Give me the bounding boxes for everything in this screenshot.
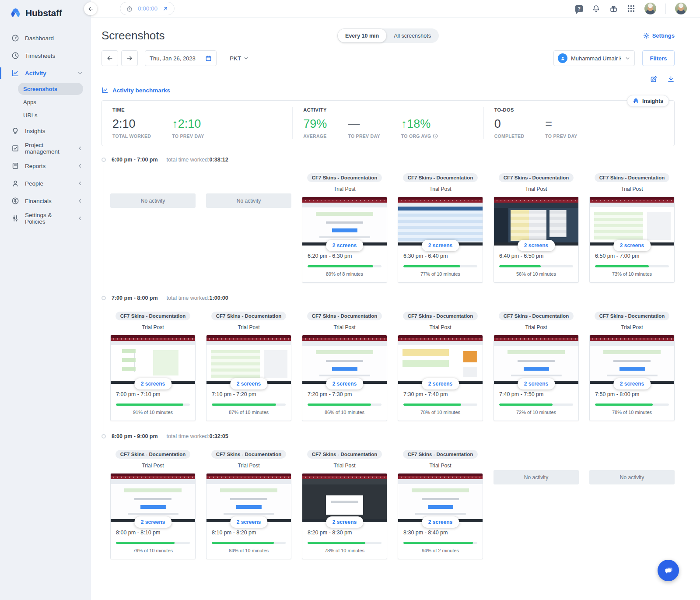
page-title: Screenshots (102, 29, 165, 42)
timer-widget[interactable]: 0:00:00 (120, 2, 175, 15)
task-name[interactable]: Trial Post (333, 463, 355, 469)
screens-count-pill[interactable]: 2 screens (422, 378, 459, 389)
sidebar-item-insights[interactable]: Insights (0, 122, 91, 140)
task-name[interactable]: Trial Post (238, 463, 259, 469)
project-badge[interactable]: CF7 Skins - Documentation (499, 173, 574, 182)
project-badge[interactable]: CF7 Skins - Documentation (403, 312, 478, 320)
task-name[interactable]: Trial Post (142, 324, 164, 330)
sidebar-item-financials[interactable]: Financials (0, 192, 91, 210)
project-badge[interactable]: CF7 Skins - Documentation (595, 312, 670, 320)
project-badge[interactable]: CF7 Skins - Documentation (595, 173, 670, 182)
screens-count-pill[interactable]: 2 screens (230, 378, 267, 389)
toggle-all-screenshots[interactable]: All screenshots (386, 29, 438, 42)
screens-count-pill[interactable]: 2 screens (422, 240, 459, 251)
project-badge[interactable]: CF7 Skins - Documentation (116, 312, 191, 320)
notifications-icon[interactable] (592, 4, 600, 13)
prev-day-button[interactable] (102, 50, 118, 66)
filters-button[interactable]: Filters (642, 50, 675, 66)
screenshot-thumbnail[interactable] (302, 335, 387, 384)
toggle-every-10-min[interactable]: Every 10 min (338, 29, 386, 42)
screenshot-thumbnail[interactable] (494, 197, 578, 246)
screenshot-thumbnail[interactable] (111, 474, 195, 522)
project-badge[interactable]: CF7 Skins - Documentation (307, 312, 382, 320)
date-picker[interactable]: Thu, Jan 26, 2023 (145, 50, 217, 66)
sidebar-item-activity[interactable]: Activity (0, 64, 91, 82)
sidebar-item-project-management[interactable]: Project management (0, 140, 91, 157)
project-badge[interactable]: CF7 Skins - Documentation (116, 450, 191, 459)
task-name[interactable]: Trial Post (333, 324, 355, 330)
task-name[interactable]: Trial Post (142, 463, 164, 469)
no-activity-box: No activity (589, 470, 675, 484)
screenshot-thumbnail[interactable] (111, 335, 195, 384)
gift-icon[interactable] (609, 4, 618, 13)
activity-progress-fill (499, 404, 553, 406)
project-badge[interactable]: CF7 Skins - Documentation (211, 312, 287, 320)
project-badge[interactable]: CF7 Skins - Documentation (211, 450, 287, 459)
next-day-button[interactable] (121, 50, 138, 66)
screenshot-thumbnail[interactable] (398, 474, 483, 522)
screens-count-pill[interactable]: 2 screens (134, 516, 172, 528)
info-icon[interactable] (433, 133, 438, 139)
insights-button[interactable]: Insights (627, 95, 669, 107)
task-name[interactable]: Trial Post (429, 186, 451, 192)
timezone-selector[interactable]: PKT (230, 55, 249, 62)
screens-count-pill[interactable]: 2 screens (134, 378, 172, 389)
apps-grid-icon[interactable] (627, 4, 635, 13)
member-selector[interactable]: Muhammad Umair Khan (553, 50, 635, 66)
screenshot-thumbnail[interactable] (206, 474, 291, 522)
help-icon[interactable]: ? (575, 5, 583, 12)
screens-count-pill[interactable]: 2 screens (518, 240, 555, 251)
user-avatar[interactable] (644, 3, 656, 14)
sidebar-item-timesheets[interactable]: Timesheets (0, 47, 91, 64)
task-name[interactable]: Trial Post (333, 186, 355, 192)
task-name[interactable]: Trial Post (525, 324, 547, 330)
project-badge[interactable]: CF7 Skins - Documentation (403, 450, 478, 459)
screenshot-thumbnail[interactable] (494, 335, 578, 384)
benchmark-stat-label: TO PREV DAY (172, 133, 204, 139)
screens-count-pill[interactable]: 2 screens (230, 516, 267, 528)
sidebar-item-screenshots[interactable]: Screenshots (18, 83, 83, 95)
sidebar-item-urls[interactable]: URLs (18, 109, 83, 121)
settings-link[interactable]: Settings (643, 32, 675, 39)
sidebar-item-reports[interactable]: Reports (0, 157, 91, 175)
screenshot-thumbnail[interactable] (206, 335, 291, 384)
chat-icon (663, 565, 674, 576)
screens-count-pill[interactable]: 2 screens (326, 516, 363, 528)
sidebar-item-apps[interactable]: Apps (18, 96, 83, 108)
edit-icon[interactable] (650, 75, 658, 83)
sidebar-item-settings-policies[interactable]: Settings & Policies (0, 210, 91, 227)
collapse-sidebar-button[interactable] (84, 2, 97, 15)
account-avatar[interactable] (675, 3, 687, 14)
chat-button[interactable] (658, 560, 679, 581)
project-badge[interactable]: CF7 Skins - Documentation (307, 450, 382, 459)
sidebar-item-dashboard[interactable]: Dashboard (0, 29, 91, 47)
project-badge[interactable]: CF7 Skins - Documentation (403, 173, 478, 182)
project-badge[interactable]: CF7 Skins - Documentation (307, 173, 382, 182)
screens-count-pill[interactable]: 2 screens (326, 240, 363, 251)
task-name[interactable]: Trial Post (429, 324, 451, 330)
activity-benchmarks-link[interactable]: Activity benchmarks (102, 87, 170, 94)
screenshot-thumbnail[interactable] (398, 335, 483, 384)
screens-count-pill[interactable]: 2 screens (326, 378, 363, 389)
task-name[interactable]: Trial Post (621, 186, 643, 192)
screens-count-pill[interactable]: 2 screens (518, 378, 555, 389)
benchmark-stat-label: TOTAL WORKED (112, 133, 151, 139)
date-value: Thu, Jan 26, 2023 (150, 55, 196, 62)
hubstaff-logo[interactable]: Hubstaff (0, 5, 91, 29)
task-name[interactable]: Trial Post (621, 324, 643, 330)
screenshot-thumbnail[interactable] (398, 197, 483, 246)
download-icon[interactable] (667, 75, 675, 83)
screenshot-thumbnail[interactable] (302, 474, 387, 522)
screenshot-thumbnail[interactable] (590, 335, 674, 384)
open-timer-icon[interactable] (162, 6, 168, 12)
screenshot-thumbnail[interactable] (590, 197, 674, 246)
screens-count-pill[interactable]: 2 screens (422, 516, 459, 528)
screens-count-pill[interactable]: 2 screens (613, 378, 651, 389)
screens-count-pill[interactable]: 2 screens (613, 240, 651, 251)
task-name[interactable]: Trial Post (525, 186, 547, 192)
screenshot-thumbnail[interactable] (302, 197, 387, 246)
task-name[interactable]: Trial Post (429, 463, 451, 469)
project-badge[interactable]: CF7 Skins - Documentation (499, 312, 574, 320)
task-name[interactable]: Trial Post (238, 324, 259, 330)
sidebar-item-people[interactable]: People (0, 175, 91, 192)
